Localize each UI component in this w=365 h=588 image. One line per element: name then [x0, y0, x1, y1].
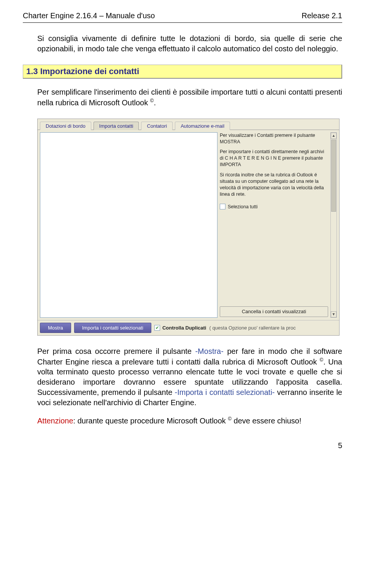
cancel-visualized-button[interactable]: Cancella i contatti visualizzati: [220, 306, 328, 317]
importa-highlight: -Importa i contatti selezionati-: [175, 388, 275, 396]
copyright-sup-3: ©: [228, 416, 232, 422]
tab-importa-contatti[interactable]: Importa contatti: [94, 122, 139, 130]
warning-paragraph: Attenzione: durante queste procedure Mic…: [37, 415, 342, 426]
importa-selezionati-button[interactable]: Importa i contatti selezionati: [74, 323, 151, 333]
warning-post: deve essere chiuso!: [232, 417, 301, 425]
copyright-sup-2: ©: [320, 357, 324, 363]
page-number: 5: [23, 441, 342, 450]
duplicati-note: ( questa Opzione puo' rallentare la proc: [209, 323, 295, 333]
scroll-thumb[interactable]: [331, 139, 336, 212]
header-underline: [23, 22, 342, 23]
page-container: Charter Engine 2.16.4 – Manuale d'uso Re…: [0, 0, 365, 465]
side-text-1: Per visualizzare i Contatti premere il p…: [220, 132, 328, 145]
screenshot-footer: Mostra Importa i contatti selezionati ✔ …: [38, 320, 339, 335]
section-para-post: .: [154, 98, 156, 107]
section-para-pre: Per semplificare l'inserimento dei clien…: [37, 88, 342, 107]
scroll-up-icon[interactable]: ▲: [331, 133, 336, 139]
duplicati-row: ✔ Controlla Duplicati: [154, 323, 206, 333]
header-left: Charter Engine 2.16.4 – Manuale d'uso: [23, 11, 155, 20]
scroll-down-icon[interactable]: ▼: [331, 311, 336, 317]
select-all-row: Seleziona tutti: [220, 204, 328, 210]
contacts-list-panel[interactable]: [40, 132, 217, 318]
page-header: Charter Engine 2.16.4 – Manuale d'uso Re…: [23, 11, 342, 20]
tab-dotazioni[interactable]: Dotazioni di bordo: [40, 122, 91, 130]
tab-automazione-email[interactable]: Automazione e-mail: [175, 122, 230, 130]
section-heading: 1.3 Importazione dei contatti: [23, 65, 342, 79]
tab-contatori[interactable]: Contatori: [141, 122, 173, 130]
mostra-highlight: -Mostra-: [195, 347, 223, 355]
app-screenshot: Dotazioni di bordo Importa contatti Cont…: [37, 119, 340, 336]
mostra-button[interactable]: Mostra: [40, 323, 71, 333]
side-panel: Per visualizzare i Contatti premere il p…: [220, 132, 328, 318]
intro-paragraph: Si consiglia vivamente di definire tutte…: [37, 33, 342, 54]
warning-pre: : durante queste procedure Microsoft Out…: [73, 417, 228, 425]
screenshot-body: Per visualizzare i Contatti premere il p…: [38, 130, 339, 320]
p2-pre: Per prima cosa occorre premere il pulsan…: [37, 347, 195, 355]
select-all-label: Seleziona tutti: [228, 204, 258, 210]
copyright-sup: ©: [150, 98, 154, 103]
tabs-row: Dotazioni di bordo Importa contatti Cont…: [38, 119, 339, 130]
warning-label: Attenzione: [37, 417, 73, 425]
duplicati-label: Controlla Duplicati: [162, 325, 206, 331]
select-all-checkbox[interactable]: [220, 204, 225, 209]
explanation-paragraph: Per prima cosa occorre premere il pulsan…: [37, 346, 342, 408]
vertical-scrollbar[interactable]: ▲ ▼: [330, 132, 337, 318]
header-right: Release 2.1: [302, 11, 342, 20]
side-text-2: Per imposrtare i contatti direttamente n…: [220, 149, 328, 168]
duplicati-checkbox[interactable]: ✔: [154, 325, 160, 331]
side-text-3: Si ricorda inoltre che se la rubrica di …: [220, 172, 328, 198]
section-paragraph: Per semplificare l'inserimento dei clien…: [37, 87, 342, 108]
